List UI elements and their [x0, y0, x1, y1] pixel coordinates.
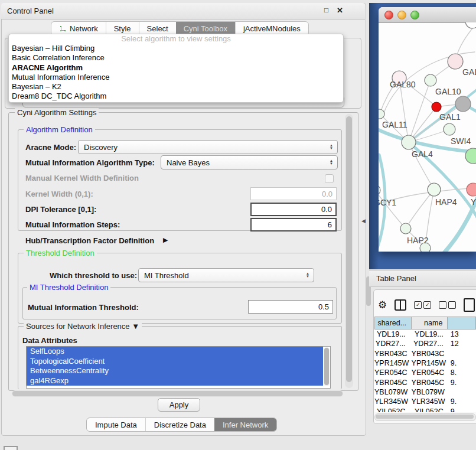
table-row[interactable]: YER054CYER054C8.: [374, 368, 476, 377]
manual-kernel-width-label: Manual Kernel Width Definition: [25, 174, 139, 182]
network-node-hap4[interactable]: [428, 183, 441, 196]
sources-group-title: Sources for Network Inference ▼: [24, 322, 142, 331]
settings-hscrollbar[interactable]: [12, 390, 343, 397]
settings-vscrollbar-thumb[interactable]: [346, 116, 352, 382]
tab-infer-network[interactable]: Infer Network: [214, 418, 276, 431]
table-cell: YBR043C: [374, 350, 412, 358]
table-cell: YDL19...: [374, 330, 412, 338]
table-cell: YDL19...: [412, 330, 448, 338]
table-cell: YBR045C: [412, 379, 448, 387]
minimized-panel-icon[interactable]: [4, 446, 18, 450]
mi-threshold-field[interactable]: 0.5: [248, 300, 333, 314]
mi-steps-field[interactable]: 6: [250, 218, 337, 231]
column-header-name[interactable]: name: [411, 317, 447, 329]
table-cell: 8.: [448, 369, 476, 377]
algorithm-option-bayesian-k2[interactable]: Bayesian – K2: [9, 82, 343, 92]
node-label-gcy1: GCY1: [379, 198, 396, 207]
table-row[interactable]: YIL052CYIL052C9: [374, 406, 476, 412]
settings-hscrollbar-thumb[interactable]: [12, 391, 343, 396]
apply-button[interactable]: Apply: [158, 398, 200, 412]
kernel-width-field[interactable]: 0.0: [250, 187, 337, 200]
algorithm-option-basic-correlation-inference[interactable]: Basic Correlation Inference: [9, 53, 343, 63]
network-node-top-partial[interactable]: [465, 22, 476, 28]
network-node-gal1[interactable]: [444, 123, 455, 135]
table-row[interactable]: YBR043CYBR043C: [374, 349, 476, 358]
zoom-traffic-light-icon[interactable]: [410, 11, 419, 19]
collapse-arrow-icon[interactable]: ▼: [132, 322, 139, 331]
split-columns-icon[interactable]: [395, 299, 406, 311]
network-node-pink1[interactable]: [448, 54, 463, 69]
table-hscrollbar-thumb[interactable]: [376, 415, 474, 419]
algorithm-option-mutual-information-inference[interactable]: Mutual Information Inference: [9, 73, 343, 82]
split-pane-arrow-icon[interactable]: ◀: [361, 218, 366, 224]
attribute-item-betweennesscentrality[interactable]: BetweennessCentrality: [27, 366, 323, 376]
checked-columns-icon[interactable]: ✓✓: [414, 301, 431, 309]
table-cell: YLR345W: [374, 397, 412, 406]
table-cell: 9.: [448, 397, 476, 406]
which-threshold-value: MI Threshold: [144, 271, 189, 280]
aracne-mode-select[interactable]: Discovery ▲▼: [78, 140, 338, 154]
network-node-red[interactable]: [432, 102, 441, 112]
float-window-icon[interactable]: □: [324, 6, 328, 14]
network-node-green-left[interactable]: [379, 109, 384, 119]
algorithm-option-dream8-dc-tdc-algorithm[interactable]: Dream8 DC_TDC Algorithm: [9, 92, 343, 101]
network-canvas[interactable]: GAL80GAL10GALGAL1GAL11SWI4GAL4GCY1HAP4YH…: [379, 22, 476, 252]
network-node-gray[interactable]: [455, 96, 471, 112]
table-hscrollbar[interactable]: [374, 413, 476, 421]
table-row[interactable]: YPR145WYPR145W9.: [374, 358, 476, 368]
node-label-gal4: GAL4: [412, 149, 433, 159]
list-vscrollbar-thumb[interactable]: [324, 348, 329, 385]
network-node-gal4[interactable]: [402, 135, 416, 149]
mi-algorithm-type-select[interactable]: Naive Bayes ▲▼: [161, 155, 338, 169]
table-header-row: shared...name: [374, 317, 476, 330]
column-header-shared[interactable]: shared...: [375, 317, 411, 329]
tab-discretize-data[interactable]: Discretize Data: [145, 418, 214, 431]
table-toolbar: ⚙ ✓✓: [378, 295, 476, 314]
gear-icon[interactable]: ⚙: [378, 299, 387, 311]
network-node-green-top[interactable]: [425, 74, 436, 86]
dpi-tolerance-field[interactable]: 0.0: [250, 203, 337, 216]
node-label-gal10: GAL10: [435, 87, 461, 96]
mi-threshold-label: Mutual Information Threshold:: [28, 303, 139, 312]
table-row[interactable]: YDL19...YDL19...13: [374, 330, 476, 339]
close-icon[interactable]: ✕: [337, 6, 343, 15]
attribute-item-topologicalcoefficient[interactable]: TopologicalCoefficient: [27, 357, 323, 367]
table-row[interactable]: YBL079WYBL079W: [374, 387, 476, 397]
unchecked-columns-icon[interactable]: [439, 301, 456, 309]
expand-arrow-icon[interactable]: ▶: [163, 236, 168, 244]
node-label-y: Y: [471, 197, 476, 207]
tab-impute-data[interactable]: Impute Data: [87, 418, 145, 431]
stepper-arrows-icon: ▲▼: [306, 272, 309, 278]
table-cell: 13: [448, 330, 476, 338]
table-cell: YIL052C: [412, 407, 448, 412]
network-node-salmon[interactable]: [467, 183, 476, 196]
which-threshold-select[interactable]: MI Threshold ▲▼: [138, 268, 314, 282]
data-attributes-list[interactable]: SelfLoopsTopologicalCoefficientBetweenne…: [26, 346, 331, 389]
minimize-traffic-light-icon[interactable]: [397, 11, 406, 19]
aracne-mode-label: Aracne Mode:: [25, 143, 76, 152]
table-cell: YDR27...: [412, 340, 448, 348]
network-node-gcy1[interactable]: [379, 185, 380, 195]
column-header-col3[interactable]: [447, 317, 475, 329]
hub-tf-definition-toggle[interactable]: Hub/Transcription Factor Definition: [25, 236, 154, 245]
table-row[interactable]: YBR045CYBR045C9.: [374, 377, 476, 387]
table-row[interactable]: YLR345WYLR345W9.: [374, 397, 476, 406]
cyni-settings-group-title: Cyni Algorithm Settings: [15, 108, 99, 117]
node-label-swi4: SWI4: [451, 136, 471, 146]
dpi-tolerance-label: DPI Tolerance [0,1]:: [25, 205, 96, 214]
attribute-item-gal4rgexp[interactable]: gal4RGexp: [27, 376, 323, 386]
table-cell: YLR345W: [412, 397, 448, 406]
tab-label: jActiveMNodules: [243, 24, 301, 33]
manual-kernel-width-checkbox[interactable]: [325, 174, 334, 183]
close-traffic-light-icon[interactable]: [384, 11, 393, 19]
table-cell: YBR043C: [412, 350, 448, 358]
control-panel-titlebar: [1, 3, 365, 19]
attribute-item-selfloops[interactable]: SelfLoops: [27, 347, 323, 357]
algorithm-option-bayesian-hill-climbing[interactable]: Bayesian – Hill Climbing: [9, 44, 343, 53]
table-cell: YER054C: [374, 369, 412, 377]
network-node-hap2[interactable]: [400, 223, 411, 234]
algorithm-option-aracne-algorithm[interactable]: ARACNE Algorithm: [9, 63, 343, 73]
table-panel-title: Table Panel: [376, 274, 416, 283]
document-icon[interactable]: [464, 298, 475, 312]
table-row[interactable]: YDR27...YDR27...12: [374, 339, 476, 348]
